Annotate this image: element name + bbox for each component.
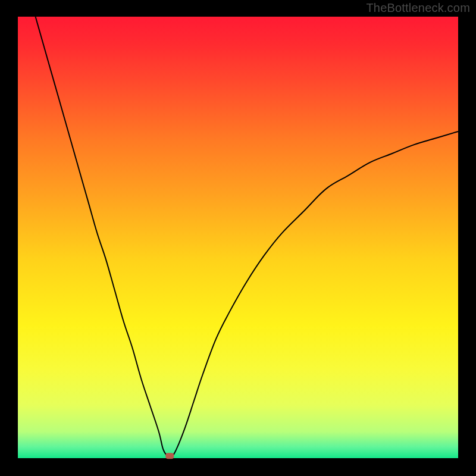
plot-background (18, 17, 458, 458)
minimum-marker (165, 453, 174, 459)
watermark-text: TheBottleneck.com (366, 1, 470, 15)
chart-svg (0, 0, 476, 476)
chart-frame: TheBottleneck.com (0, 0, 476, 476)
